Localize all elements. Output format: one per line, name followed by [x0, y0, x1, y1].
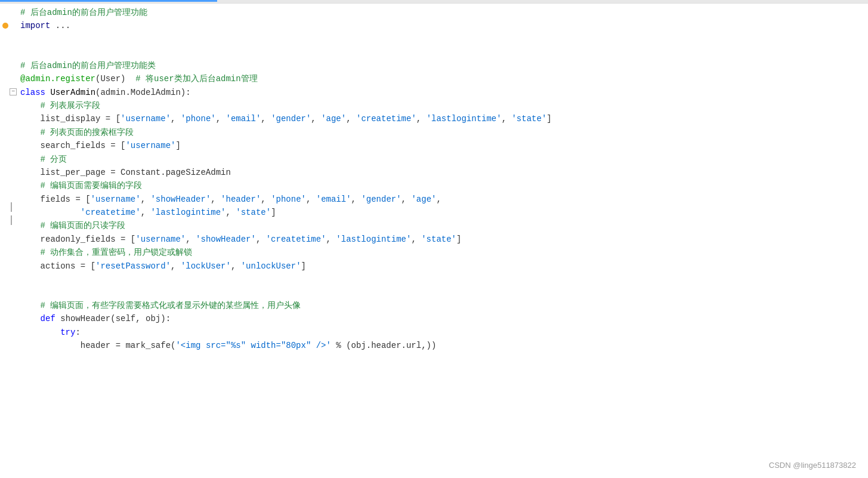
code-line	[0, 273, 868, 286]
token: fields	[20, 195, 75, 204]
token: 'header'	[221, 195, 261, 204]
token: mark_safe(	[121, 341, 175, 350]
token: ,	[141, 208, 151, 217]
token: 'email'	[316, 195, 351, 204]
code-line: −class UserAdmin(admin.ModelAdmin):	[0, 86, 868, 99]
token: # 后台admin的前台用户管理功能	[20, 8, 147, 17]
token: % (obj.header.url,))	[331, 341, 436, 350]
breakpoint-indicator	[2, 23, 8, 29]
line-content: # 列表展示字段	[18, 99, 868, 112]
fold-marker[interactable]: −	[10, 88, 17, 95]
line-content: def showHeader(self, obj):	[18, 312, 868, 325]
token: # 将user类加入后台admin管理	[125, 74, 257, 84]
token: 'showHeader'	[196, 235, 256, 244]
token: class	[20, 88, 45, 97]
code-line: # 后台admin的前台用户管理功能类	[0, 59, 868, 72]
token: =	[116, 341, 121, 350]
code-line: # 编辑页面的只读字段	[0, 219, 868, 232]
code-line: header = mark_safe('<img src="%s" width=…	[0, 339, 868, 352]
token: 'gender'	[271, 114, 311, 124]
token: ,	[226, 208, 236, 217]
token: 'lastlogintime'	[427, 114, 502, 124]
code-line	[0, 33, 868, 46]
line-content: header = mark_safe('<img src="%s" width=…	[18, 339, 868, 352]
token: import	[20, 21, 50, 30]
token: # 编辑页面，有些字段需要格式化或者显示外键的某些属性，用户头像	[20, 301, 301, 310]
token	[20, 314, 41, 323]
code-line: fields = ['username', 'showHeader', 'hea…	[0, 193, 868, 206]
token: 'state'	[236, 208, 271, 217]
line-content: readonly_fields = ['username', 'showHead…	[18, 233, 868, 246]
token: 'phone'	[271, 195, 306, 204]
token: search_fields	[20, 141, 110, 150]
editor-container: # 后台admin的前台用户管理功能import ...# 后台admin的前台…	[0, 0, 868, 478]
token: :	[75, 328, 80, 337]
token: 'phone'	[181, 114, 216, 124]
token: 'gender'	[361, 195, 401, 204]
token: ,	[211, 195, 221, 204]
code-line: # 列表展示字段	[0, 99, 868, 112]
token	[20, 328, 60, 337]
code-line: 'createtime', 'lastlogintime', 'state']	[0, 206, 868, 219]
token: UserAdmin	[45, 88, 95, 97]
token: 'createtime'	[356, 114, 416, 124]
line-content: # 分页	[18, 153, 868, 166]
token: [	[125, 235, 135, 244]
token: [	[110, 114, 121, 124]
token: ]	[456, 235, 461, 244]
token: # 编辑页面的只读字段	[20, 221, 125, 230]
token: =	[81, 261, 85, 271]
line-content: # 列表页面的搜索框字段	[18, 126, 868, 139]
token: 'username'	[125, 141, 175, 150]
token: 'unlockUser'	[241, 261, 301, 271]
token: =	[106, 114, 110, 124]
token: ]	[546, 114, 551, 124]
token: @admin.register	[20, 74, 95, 84]
token: 'lastlogintime'	[336, 235, 411, 244]
token: try	[60, 328, 75, 337]
token: # 列表展示字段	[20, 101, 100, 110]
token: readonly_fields	[20, 235, 121, 244]
line-content: class UserAdmin(admin.ModelAdmin):	[18, 86, 868, 99]
code-line: list_display = ['username', 'phone', 'em…	[0, 112, 868, 125]
token: 'username'	[135, 235, 186, 244]
code-line: try:	[0, 326, 868, 339]
token: ,	[261, 195, 271, 204]
token: ,	[351, 195, 362, 204]
token: =	[75, 195, 80, 204]
token: actions	[20, 261, 81, 271]
line-content: list_display = ['username', 'phone', 'em…	[18, 112, 868, 125]
token: # 分页	[20, 155, 67, 164]
code-line: # 编辑页面，有些字段需要格式化或者显示外键的某些属性，用户头像	[0, 299, 868, 312]
token: # 后台admin的前台用户管理功能类	[20, 61, 156, 70]
line-content: # 编辑页面需要编辑的字段	[18, 179, 868, 192]
token: 'createtime'	[266, 235, 326, 244]
token: ,	[261, 114, 271, 124]
token: 'lastlogintime'	[150, 208, 226, 217]
token: (admin.ModelAdmin):	[95, 88, 191, 97]
token: 'lockUser'	[181, 261, 231, 271]
token: [	[116, 141, 126, 150]
token: ,	[436, 195, 441, 204]
token: ,	[306, 195, 316, 204]
line-content: 'createtime', 'lastlogintime', 'state']	[18, 206, 868, 219]
token: '<img src="%s" width="80px" />'	[175, 341, 330, 350]
code-line: actions = ['resetPassword', 'lockUser', …	[0, 260, 868, 273]
code-line: # 动作集合，重置密码，用户锁定或解锁	[0, 246, 868, 259]
line-content: # 编辑页面的只读字段	[18, 219, 868, 232]
token: # 编辑页面需要编辑的字段	[20, 181, 142, 190]
code-line: # 列表页面的搜索框字段	[0, 126, 868, 139]
line-content: @admin.register(User) # 将user类加入后台admin管…	[18, 72, 868, 85]
token: =	[110, 141, 115, 150]
code-line: # 编辑页面需要编辑的字段	[0, 179, 868, 192]
token: Constant.pageSizeAdmin	[116, 168, 231, 177]
line-content: try:	[18, 326, 868, 339]
token: showHeader	[55, 314, 110, 323]
line-content: actions = ['resetPassword', 'lockUser', …	[18, 260, 868, 273]
token: ,	[416, 114, 427, 124]
token: ,	[186, 235, 196, 244]
line-content: list_per_page = Constant.pageSizeAdmin	[18, 166, 868, 179]
token: ,	[502, 114, 512, 124]
token: 'state'	[511, 114, 546, 124]
code-line: search_fields = ['username']	[0, 139, 868, 152]
